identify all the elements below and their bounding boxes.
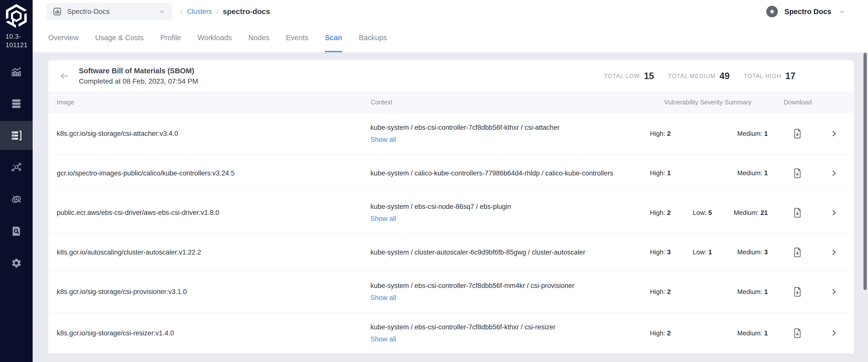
total-medium-label: TOTAL MEDIUM: [668, 73, 716, 79]
bar-chart-icon: [10, 66, 22, 77]
chevron-right-icon: [829, 248, 838, 257]
version-label: 10.3- 101121: [5, 32, 33, 49]
total-low: TOTAL LOW 15: [604, 71, 654, 81]
tab-overview[interactable]: Overview: [48, 23, 79, 52]
project-selector-label: Spectro-Docs: [67, 7, 158, 15]
table-row: gcr.io/spectro-images-public/calico/kube…: [48, 154, 854, 192]
download-button[interactable]: [794, 287, 802, 297]
expand-row-button[interactable]: [829, 248, 838, 257]
network-nodes-icon: [10, 162, 22, 173]
breadcrumb-separator: /: [181, 8, 183, 15]
download-cell: [774, 247, 821, 257]
user-menu[interactable]: Spectro Docs: [766, 0, 846, 23]
chevron-down-icon: [158, 7, 166, 15]
tab-profile[interactable]: Profile: [160, 23, 181, 52]
sidebar-item-settings[interactable]: [0, 249, 33, 277]
severity-cell: High: 2Medium: 1: [642, 288, 774, 296]
column-header-severity: Vulnerability Severity Summary: [642, 96, 774, 109]
download-button[interactable]: [794, 129, 802, 139]
image-cell: k8s.gcr.io/autoscaling/cluster-autoscale…: [48, 247, 363, 258]
context-text: kube-system / ebs-csi-controller-7cf8dbb…: [370, 321, 622, 333]
vertical-scrollbar[interactable]: [864, 53, 867, 290]
sidebar-item-monitoring[interactable]: [0, 57, 33, 86]
severity-high: High: 2: [650, 288, 693, 296]
severity-medium: Medium: 21: [731, 209, 768, 217]
chevron-right-icon: [829, 208, 838, 217]
palette-logo-icon[interactable]: [4, 4, 28, 28]
expand-cell: [821, 248, 854, 257]
document-search-icon: [11, 226, 22, 237]
column-header-download: Download: [774, 96, 821, 109]
expand-row-button[interactable]: [829, 169, 838, 178]
context-text: kube-system / ebs-csi-controller-7cf8dbb…: [370, 122, 622, 134]
context-cell: kube-system / calico-kube-controllers-77…: [363, 167, 642, 179]
download-button[interactable]: [794, 328, 802, 338]
severity-high: High: 2: [650, 209, 693, 217]
sidebar-item-system[interactable]: [0, 185, 33, 213]
download-file-icon: [794, 129, 802, 139]
download-cell: [774, 208, 821, 218]
tab-events[interactable]: Events: [286, 23, 308, 52]
column-header-context: Context: [363, 96, 642, 109]
severity-totals: TOTAL LOW 15 TOTAL MEDIUM 49 TOTAL HIGH …: [604, 60, 796, 92]
total-high-value: 17: [785, 71, 796, 81]
sbom-table-rows: k8s.gcr.io/sig-storage/csi-attacher:v3.4…: [48, 113, 854, 354]
download-file-icon: [794, 208, 802, 218]
tab-workloads[interactable]: Workloads: [197, 23, 231, 52]
breadcrumb: / Clusters / spectro-docs: [181, 7, 270, 16]
chevron-right-icon: [829, 169, 838, 178]
expand-row-button[interactable]: [829, 208, 838, 217]
expand-cell: [821, 287, 854, 296]
page-title: Software Bill of Materials (SBOM): [79, 66, 198, 76]
severity-cell: High: 2Low: 5Medium: 21: [642, 209, 774, 217]
user-name: Spectro Docs: [784, 7, 831, 16]
table-row: k8s.gcr.io/autoscaling/cluster-autoscale…: [48, 233, 854, 271]
server-rack-icon: [10, 130, 22, 141]
column-header-image: Image: [48, 99, 363, 106]
sidebar-item-profiles[interactable]: [0, 89, 33, 118]
context-text: kube-system / ebs-csi-controller-7cf8dbb…: [370, 279, 622, 292]
back-button[interactable]: [59, 71, 70, 81]
download-file-icon: [794, 247, 802, 257]
tab-nodes[interactable]: Nodes: [248, 23, 270, 52]
sbom-card: Software Bill of Materials (SBOM) Comple…: [48, 60, 854, 354]
project-selector[interactable]: Spectro-Docs: [46, 3, 172, 20]
table-row: k8s.gcr.io/sig-storage/csi-attacher:v3.4…: [48, 113, 854, 154]
sidebar-item-clusters[interactable]: [0, 121, 33, 150]
image-cell: gcr.io/spectro-images-public/calico/kube…: [48, 168, 363, 179]
show-all-link[interactable]: Show all: [370, 333, 396, 345]
download-button[interactable]: [794, 208, 802, 218]
tab-backups[interactable]: Backups: [359, 23, 387, 52]
breadcrumb-separator: /: [217, 8, 218, 15]
show-all-link[interactable]: Show all: [370, 134, 396, 145]
expand-cell: [821, 329, 854, 338]
expand-row-button[interactable]: [829, 329, 838, 338]
expand-row-button[interactable]: [829, 287, 838, 296]
show-all-link[interactable]: Show all: [370, 212, 396, 225]
severity-high: High: 1: [650, 169, 693, 177]
breadcrumb-link-clusters[interactable]: Clusters: [187, 8, 212, 15]
arrow-left-icon: [59, 71, 70, 81]
chevron-right-icon: [829, 129, 838, 138]
download-button[interactable]: [794, 168, 802, 178]
expand-row-button[interactable]: [829, 129, 838, 138]
image-cell: k8s.gcr.io/sig-storage/csi-resizer:v1.4.…: [48, 328, 363, 339]
chevron-down-icon: [838, 7, 846, 16]
sidebar-item-audit-logs[interactable]: [0, 217, 33, 245]
download-cell: [774, 287, 821, 297]
tab-scan[interactable]: Scan: [325, 23, 342, 52]
severity-cell: High: 1Medium: 1: [642, 169, 774, 177]
context-text: kube-system / calico-kube-controllers-77…: [370, 167, 622, 179]
orbit-icon: [10, 194, 22, 205]
tab-usage-costs[interactable]: Usage & Costs: [95, 23, 144, 52]
download-file-icon: [794, 287, 802, 297]
sidebar-item-workspaces[interactable]: [0, 153, 33, 182]
severity-high: High: 2: [650, 329, 693, 337]
context-text: kube-system / cluster-autoscaler-6c9d9bf…: [370, 246, 622, 258]
table-row: public.ecr.aws/ebs-csi-driver/aws-ebs-cs…: [48, 192, 854, 233]
chevron-right-icon: [829, 287, 838, 296]
severity-cell: High: 3Low: 1Medium: 3: [642, 248, 774, 256]
download-button[interactable]: [794, 247, 802, 257]
context-cell: kube-system / ebs-csi-controller-7cf8dbb…: [363, 122, 642, 145]
show-all-link[interactable]: Show all: [370, 292, 396, 304]
